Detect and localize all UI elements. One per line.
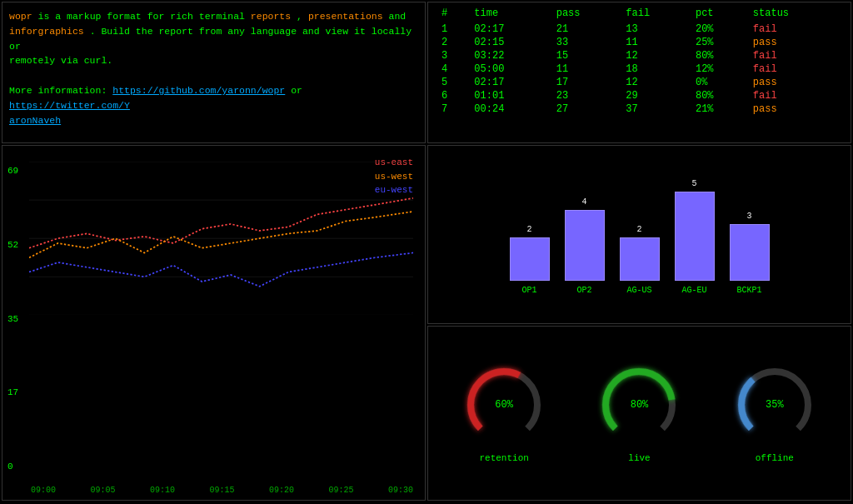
gauge-svg-wrap: 80% bbox=[597, 363, 681, 447]
cell-fail: 12 bbox=[621, 49, 691, 62]
cell-pct: 21% bbox=[691, 102, 748, 116]
cell-pass: 33 bbox=[551, 36, 621, 49]
col-time: time bbox=[469, 7, 551, 22]
text-panel: wopr is a markup format for rich termina… bbox=[2, 2, 426, 143]
bar-value: 4 bbox=[581, 197, 586, 207]
cell-status: fail bbox=[748, 89, 842, 102]
y-label-52: 52 bbox=[7, 240, 18, 250]
bar-label: AG-EU bbox=[681, 286, 706, 295]
intro-comma: , bbox=[297, 11, 308, 22]
bar-value: 3 bbox=[746, 212, 751, 221]
bar-value: 2 bbox=[636, 225, 641, 234]
bar-value: 5 bbox=[691, 179, 696, 188]
table-row: 3 03:22 15 12 80% fail bbox=[436, 49, 842, 62]
intro-text-4: remotely via curl. bbox=[9, 55, 112, 66]
gauge-pct: 80% bbox=[631, 399, 649, 411]
table-row: 2 02:15 33 11 25% pass bbox=[436, 36, 842, 49]
gauge-panel: 60% retention 80% live bbox=[427, 326, 851, 501]
cell-pct: 0% bbox=[691, 76, 748, 89]
intro-line: wopr is a markup format for rich termina… bbox=[9, 9, 418, 24]
cell-status: pass bbox=[748, 102, 842, 116]
line-chart-panel: us-east us-west eu-west 69 52 35 17 0 bbox=[2, 145, 426, 501]
gauge-svg-wrap: 35% bbox=[733, 363, 816, 447]
intro-line3: remotely via curl. bbox=[9, 53, 418, 68]
x-label-0905: 09:05 bbox=[90, 486, 115, 495]
cell-fail: 18 bbox=[621, 62, 691, 76]
table-panel: # time pass fail pct status 1 02:17 21 1… bbox=[427, 2, 851, 143]
cell-pass: 17 bbox=[551, 76, 621, 89]
presentations-keyword: presentations bbox=[308, 11, 383, 22]
bar-group: 3 BCKP1 bbox=[730, 212, 770, 295]
cell-time: 01:01 bbox=[469, 89, 551, 102]
cell-num: 1 bbox=[436, 22, 469, 36]
x-label-0925: 09:25 bbox=[328, 486, 353, 495]
cell-pass: 21 bbox=[551, 22, 621, 36]
gauge-label: retention bbox=[479, 453, 528, 463]
cell-time: 03:22 bbox=[469, 49, 551, 62]
bar-rect bbox=[510, 237, 550, 281]
cell-time: 02:17 bbox=[469, 76, 551, 89]
cell-fail: 29 bbox=[621, 89, 691, 102]
x-label-0920: 09:20 bbox=[269, 486, 294, 495]
cell-fail: 13 bbox=[621, 22, 691, 36]
bar-label: AG-US bbox=[626, 286, 651, 295]
x-label-0915: 09:15 bbox=[209, 486, 234, 495]
intro-line2: inforgraphics . Build the report from an… bbox=[9, 24, 418, 54]
x-axis-labels: 09:00 09:05 09:10 09:15 09:20 09:25 09:3… bbox=[31, 486, 413, 495]
line-chart-svg bbox=[29, 162, 413, 315]
y-label-35: 35 bbox=[7, 314, 18, 324]
gauge-pct: 35% bbox=[766, 399, 784, 411]
cell-pass: 27 bbox=[551, 102, 621, 116]
bar-chart-container: 2 OP1 4 OP2 2 AG-US 5 AG-EU 3 BCKP1 bbox=[431, 149, 847, 320]
col-status: status bbox=[748, 7, 842, 22]
twitter-link[interactable]: https://twitter.com/YaronNaveh bbox=[9, 100, 130, 126]
table-row: 6 01:01 23 29 80% fail bbox=[436, 89, 842, 102]
gauge-item: 60% retention bbox=[462, 363, 546, 463]
bar-group: 2 OP1 bbox=[510, 225, 550, 295]
cell-num: 6 bbox=[436, 89, 469, 102]
or-text: or bbox=[291, 85, 302, 96]
cell-pass: 15 bbox=[551, 49, 621, 62]
gauge-label: offline bbox=[756, 453, 794, 463]
cell-pct: 80% bbox=[691, 89, 748, 102]
cell-num: 2 bbox=[436, 36, 469, 49]
bar-group: 5 AG-EU bbox=[675, 179, 715, 295]
table-row: 1 02:17 21 13 20% fail bbox=[436, 22, 842, 36]
cell-status: fail bbox=[748, 22, 842, 36]
more-info-line: More information: https://github.com/yar… bbox=[9, 83, 418, 127]
cell-num: 3 bbox=[436, 49, 469, 62]
table-row: 7 00:24 27 37 21% pass bbox=[436, 102, 842, 116]
cell-num: 4 bbox=[436, 62, 469, 76]
gauge-item: 35% offline bbox=[733, 363, 816, 463]
bar-group: 4 OP2 bbox=[565, 197, 605, 295]
cell-pass: 23 bbox=[551, 89, 621, 102]
col-pct: pct bbox=[691, 7, 748, 22]
line-chart-container: us-east us-west eu-west 69 52 35 17 0 bbox=[6, 149, 422, 497]
cell-status: fail bbox=[748, 49, 842, 62]
press-line: Press Return for the next slide bbox=[9, 142, 418, 143]
bar-rect bbox=[565, 210, 605, 281]
y-label-17: 17 bbox=[7, 387, 18, 397]
more-info-text: More information: bbox=[9, 85, 112, 96]
bar-rect bbox=[675, 192, 715, 281]
x-label-0910: 09:10 bbox=[150, 486, 175, 495]
cell-status: pass bbox=[748, 36, 842, 49]
cell-status: fail bbox=[748, 62, 842, 76]
bar-label: OP1 bbox=[521, 286, 536, 295]
cell-pass: 11 bbox=[551, 62, 621, 76]
cell-time: 05:00 bbox=[469, 62, 551, 76]
gauge-label: live bbox=[628, 453, 650, 463]
x-label-0930: 09:30 bbox=[388, 486, 413, 495]
cell-pct: 12% bbox=[691, 62, 748, 76]
github-link[interactable]: https://github.com/yaronn/wopr bbox=[112, 85, 285, 96]
reports-keyword: reports bbox=[251, 11, 291, 22]
cell-pct: 20% bbox=[691, 22, 748, 36]
cell-fail: 11 bbox=[621, 36, 691, 49]
col-fail: fail bbox=[621, 7, 691, 22]
table-header-row: # time pass fail pct status bbox=[436, 7, 842, 22]
bar-rect bbox=[730, 224, 770, 281]
bar-value: 2 bbox=[526, 225, 531, 234]
main-grid: wopr is a markup format for rich termina… bbox=[0, 0, 853, 504]
cell-status: pass bbox=[748, 76, 842, 89]
cell-fail: 37 bbox=[621, 102, 691, 116]
